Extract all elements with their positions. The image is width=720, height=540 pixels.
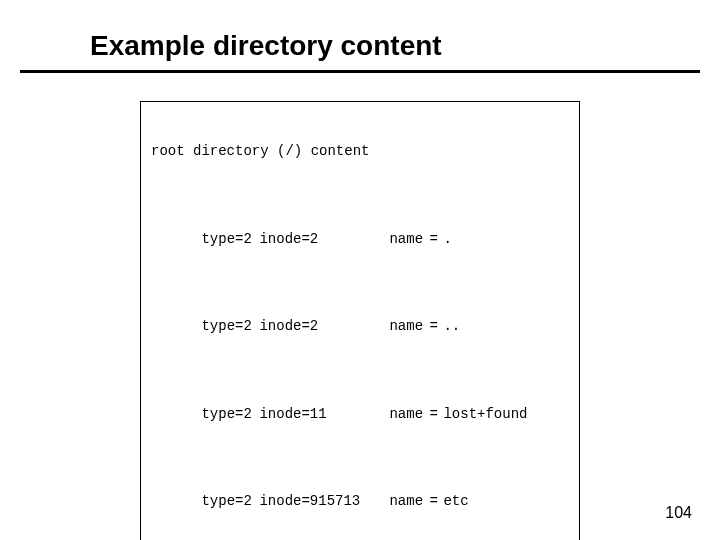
dir-entry: type=2inode=2name=..: [151, 301, 569, 354]
entry-type: type=2: [201, 406, 259, 424]
entry-type: type=2: [201, 493, 259, 511]
entry-name-key: name: [389, 493, 429, 511]
entry-name-key: name: [389, 406, 429, 424]
entry-name-key: name: [389, 318, 429, 336]
entry-name: ..: [443, 318, 460, 336]
entry-type: type=2: [201, 231, 259, 249]
dir-entry: type=2inode=2name=.: [151, 213, 569, 266]
entry-eq: =: [429, 493, 443, 511]
listing-header: root directory (/) content: [151, 143, 569, 161]
entry-name: etc: [443, 493, 468, 511]
title-rule: [20, 70, 700, 73]
entry-eq: =: [429, 231, 443, 249]
entry-inode: inode=2: [259, 318, 389, 336]
slide: Example directory content root directory…: [0, 0, 720, 540]
dir-entry: type=2inode=915713name=etc: [151, 476, 569, 529]
entry-inode: inode=11: [259, 406, 389, 424]
entry-inode: inode=2: [259, 231, 389, 249]
entry-eq: =: [429, 406, 443, 424]
page-number: 104: [665, 504, 692, 522]
dir-entry: type=2inode=11name=lost+found: [151, 388, 569, 441]
entry-type: type=2: [201, 318, 259, 336]
page-title: Example directory content: [0, 0, 720, 70]
entry-name-key: name: [389, 231, 429, 249]
entry-inode: inode=915713: [259, 493, 389, 511]
entry-eq: =: [429, 318, 443, 336]
entry-name: .: [443, 231, 451, 249]
directory-listing-box: root directory (/) content type=2inode=2…: [140, 101, 580, 540]
entry-name: lost+found: [443, 406, 527, 424]
